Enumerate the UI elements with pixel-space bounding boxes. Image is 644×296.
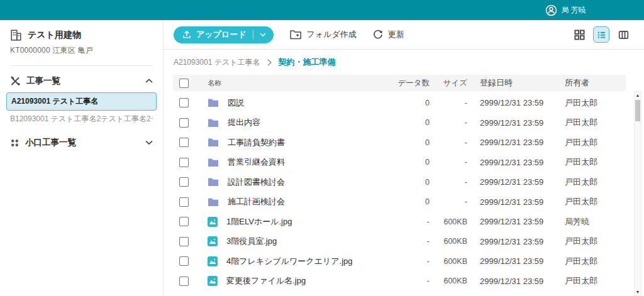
- button-divider: [253, 30, 253, 39]
- image-file-icon: [208, 217, 218, 227]
- folder-icon: [208, 118, 219, 128]
- image-file-icon: [208, 256, 218, 266]
- small-construction-list-label: 小口工事一覧: [25, 137, 76, 148]
- breadcrumb-current[interactable]: 契約・施工準備: [279, 57, 336, 68]
- sidebar-item-construction-2[interactable]: B12093001 テスト工事名2テスト工事名2テスト: [10, 114, 153, 124]
- file-size: -: [430, 99, 467, 107]
- scrollbar-thumb[interactable]: [635, 100, 640, 121]
- chevron-down-icon[interactable]: [145, 140, 153, 145]
- table-row[interactable]: 施工計画検討会 0 - 2999/12/31 23:59 戸田太郎: [173, 192, 626, 212]
- scroll-up-arrow[interactable]: ▲: [635, 92, 641, 99]
- row-checkbox[interactable]: [179, 138, 189, 147]
- file-name: 変更後ファイル名.jpg: [226, 275, 306, 287]
- upload-button[interactable]: アップロード: [174, 26, 274, 43]
- row-checkbox[interactable]: [179, 217, 189, 226]
- image-file-icon: [208, 276, 218, 286]
- file-name: 図説: [228, 97, 244, 109]
- column-header-owner[interactable]: 所有者: [552, 77, 626, 89]
- toolbar: アップロード フォルダ作成: [164, 20, 644, 50]
- app-header: 局 芳暁: [0, 0, 644, 20]
- file-name: 施工計画検討会: [228, 196, 285, 207]
- user-name: 局 芳暁: [562, 5, 586, 16]
- select-all-checkbox[interactable]: [179, 79, 189, 88]
- data-count: 0: [392, 178, 430, 187]
- list-view-icon[interactable]: [593, 26, 609, 43]
- folder-icon: [208, 177, 219, 187]
- refresh-button[interactable]: 更新: [373, 29, 404, 40]
- refresh-icon: [373, 30, 383, 40]
- file-size: 600KB: [430, 237, 467, 246]
- chevron-right-icon: [267, 59, 272, 66]
- breadcrumb-parent[interactable]: A21093001 テスト工事名: [174, 57, 260, 68]
- column-header-name[interactable]: 名称: [203, 79, 392, 88]
- upload-icon: [182, 30, 191, 39]
- refresh-label: 更新: [388, 29, 404, 40]
- table-row[interactable]: 4階フレキシブルワークエリア.jpg - 600KB 2999/12/31 23…: [173, 251, 626, 271]
- file-size: -: [430, 138, 467, 147]
- vertical-scrollbar[interactable]: ▲ ▼: [634, 91, 641, 296]
- construction-list-section-header[interactable]: 工事一覧: [10, 75, 153, 87]
- grid-view-icon[interactable]: [571, 26, 587, 43]
- file-size: 600KB: [430, 257, 467, 266]
- row-checkbox[interactable]: [179, 158, 189, 167]
- owner-name: 戸田太郎: [552, 117, 626, 128]
- table-row[interactable]: 1階ELVホール.jpg - 600KB 2999/12/31 23:59 局芳…: [173, 212, 626, 232]
- registered-date: 2999/12/31 23:59: [467, 138, 552, 147]
- column-header-size[interactable]: サイズ: [430, 78, 467, 89]
- row-checkbox[interactable]: [179, 277, 189, 286]
- view-switcher: [571, 26, 631, 43]
- table-row[interactable]: 図説 0 - 2999/12/31 23:59 戸田太郎: [173, 93, 626, 113]
- folder-icon: [208, 98, 219, 107]
- data-count: -: [392, 237, 430, 246]
- owner-name: 戸田太郎: [552, 97, 626, 109]
- create-folder-button[interactable]: フォルダ作成: [290, 29, 357, 40]
- table-row[interactable]: 3階役員室.jpg - 600KB 2999/12/31 23:59 戸田太郎: [173, 232, 626, 252]
- upload-label: アップロード: [196, 29, 247, 40]
- file-name: 1階ELVホール.jpg: [226, 216, 292, 227]
- user-menu[interactable]: 局 芳暁: [545, 4, 586, 16]
- data-count: -: [392, 217, 430, 226]
- data-count: 0: [392, 99, 430, 107]
- registered-date: 2999/12/31 23:59: [467, 158, 552, 167]
- owner-name: 戸田太郎: [552, 177, 626, 188]
- row-checkbox[interactable]: [179, 177, 189, 187]
- registered-date: 2999/12/31 23:59: [467, 237, 552, 246]
- row-checkbox[interactable]: [179, 197, 189, 207]
- table-row[interactable]: 工事請負契約書 0 - 2999/12/31 23:59 戸田太郎: [173, 133, 626, 153]
- row-checkbox[interactable]: [179, 98, 189, 107]
- table-row[interactable]: 設計図書検討会 0 - 2999/12/31 23:59 戸田太郎: [173, 172, 626, 192]
- row-checkbox[interactable]: [179, 237, 189, 246]
- create-folder-label: フォルダ作成: [307, 29, 357, 40]
- data-count: 0: [392, 118, 430, 127]
- small-construction-list-section-header[interactable]: 小口工事一覧: [10, 137, 153, 148]
- owner-name: 戸田太郎: [552, 256, 626, 267]
- main-panel: アップロード フォルダ作成: [164, 20, 644, 296]
- registered-date: 2999/12/31 23:59: [467, 217, 552, 226]
- folder-icon: [208, 197, 219, 207]
- user-icon: [545, 4, 557, 16]
- data-count: 0: [392, 138, 430, 147]
- data-count: 0: [392, 197, 430, 206]
- file-name: 4階フレキシブルワークエリア.jpg: [226, 256, 353, 267]
- table-row[interactable]: 変更後ファイル名.jpg - 600KB 2999/12/31 23:59 戸田…: [173, 271, 626, 292]
- sidebar-item-construction-1[interactable]: A21093001 テスト工事名: [6, 92, 157, 111]
- column-header-count[interactable]: データ数: [392, 78, 430, 89]
- registered-date: 2999/12/31 23:59: [467, 118, 552, 128]
- row-checkbox[interactable]: [179, 256, 189, 266]
- table-row[interactable]: 営業引継会資料 0 - 2999/12/31 23:59 戸田太郎: [173, 153, 626, 173]
- table-body: 図説 0 - 2999/12/31 23:59 戸田太郎 提出内容 0 - 29…: [173, 93, 626, 291]
- registered-date: 2999/12/31 23:59: [467, 98, 552, 107]
- file-size: -: [430, 197, 467, 206]
- scroll-down-arrow[interactable]: ▼: [635, 288, 641, 295]
- chevron-up-icon[interactable]: [145, 79, 153, 84]
- row-checkbox[interactable]: [179, 118, 189, 128]
- column-view-icon[interactable]: [615, 26, 631, 43]
- folder-plus-icon: [290, 30, 302, 40]
- owner-name: 戸田太郎: [552, 156, 626, 168]
- column-header-date[interactable]: 登録日時: [467, 77, 552, 89]
- file-name: 営業引継会資料: [228, 156, 285, 168]
- table-row[interactable]: 提出内容 0 - 2999/12/31 23:59 戸田太郎: [173, 113, 626, 133]
- breadcrumb: A21093001 テスト工事名 契約・施工準備: [164, 50, 644, 75]
- owner-name: 戸田太郎: [552, 137, 626, 148]
- data-count: -: [392, 277, 430, 285]
